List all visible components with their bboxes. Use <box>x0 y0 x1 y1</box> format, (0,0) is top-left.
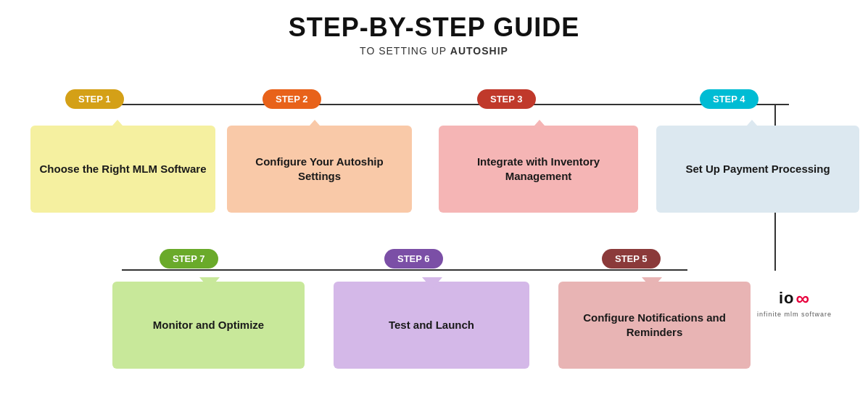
timeline-area: STEP 1 Choose the Right MLM Software STE… <box>22 64 846 340</box>
step-badge-5: STEP 5 <box>602 249 661 269</box>
step-badge-7: STEP 7 <box>160 249 218 269</box>
arrow-4 <box>742 120 762 131</box>
sub-title-bold: AUTOSHIP <box>450 45 508 57</box>
arrow-2 <box>305 120 325 131</box>
step-badge-6: STEP 6 <box>384 249 443 269</box>
sub-title-prefix: TO SETTING UP <box>360 45 450 57</box>
step-card-2: Configure Your Autoship Settings <box>227 126 412 213</box>
logo-area: io∞ infinite mlm software <box>757 287 832 318</box>
arrow-3 <box>529 120 550 131</box>
sub-title: TO SETTING UP AUTOSHIP <box>22 45 846 57</box>
step-card-6: Test and Launch <box>334 282 529 369</box>
step-card-5: Configure Notifications and Reminders <box>558 282 751 369</box>
logo-text-io: io <box>779 289 795 308</box>
logo-sub: infinite mlm software <box>757 311 832 318</box>
step-card-7: Monitor and Optimize <box>112 282 305 369</box>
main-title: STEP-BY-STEP GUIDE <box>22 13 846 42</box>
arrow-5 <box>642 277 662 289</box>
step-badge-4: STEP 4 <box>700 89 759 109</box>
step-card-3: Integrate with Inventory Management <box>439 126 638 213</box>
logo-text: io∞ <box>779 287 810 310</box>
step-card-4: Set Up Payment Processing <box>656 126 859 213</box>
step-badge-1: STEP 1 <box>65 89 124 109</box>
arrow-7 <box>199 277 220 289</box>
arrow-1 <box>107 120 128 131</box>
step-badge-3: STEP 3 <box>477 89 536 109</box>
arrow-6 <box>422 277 442 289</box>
page-container: STEP-BY-STEP GUIDE TO SETTING UP AUTOSHI… <box>0 0 868 397</box>
logo-infinity: ∞ <box>795 287 810 310</box>
step-card-1: Choose the Right MLM Software <box>30 126 215 213</box>
header: STEP-BY-STEP GUIDE TO SETTING UP AUTOSHI… <box>22 13 846 57</box>
step-badge-2: STEP 2 <box>263 89 321 109</box>
timeline-line-bottom <box>122 269 687 271</box>
timeline-line-top <box>122 104 789 105</box>
